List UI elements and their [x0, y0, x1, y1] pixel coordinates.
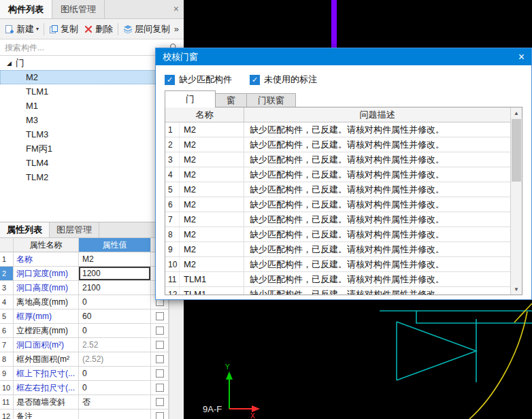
property-row[interactable]: 10 框左右扣尺寸(... 0	[0, 381, 169, 395]
checkbox[interactable]	[156, 326, 164, 335]
toolbar-overflow-icon[interactable]: »	[174, 24, 181, 34]
issue-row[interactable]: 9 M2 缺少匹配构件，已反建。请核对构件属性并修改。	[165, 242, 510, 257]
issue-row[interactable]: 6 M2 缺少匹配构件，已反建。请核对构件属性并修改。	[165, 197, 510, 212]
checkbox[interactable]	[156, 369, 164, 378]
dialog-tab-door-window[interactable]: 门联窗	[247, 93, 296, 107]
issue-name: M2	[180, 182, 244, 197]
issue-number: 8	[165, 227, 180, 241]
property-row[interactable]: 8 框外围面积(m² (2.52)	[0, 352, 169, 367]
property-row[interactable]: 4 离地高度(mm) 0	[0, 295, 169, 309]
property-value[interactable]: (2.52)	[79, 352, 151, 366]
panel-close-icon[interactable]: ×	[173, 3, 179, 14]
issue-description: 缺少匹配构件，已反建。请核对构件属性并修改。	[244, 242, 510, 256]
issue-row[interactable]: 10 M2 缺少匹配构件，已反建。请核对构件属性并修改。	[165, 257, 510, 272]
tab-layer-manager[interactable]: 图层管理	[50, 222, 99, 237]
property-row[interactable]: 11 是否随墙变斜 否	[0, 395, 169, 409]
scroll-down-icon[interactable]: ▼	[511, 284, 522, 295]
tab-property-list[interactable]: 属性列表	[0, 222, 50, 237]
tab-drawing-manager[interactable]: 图纸管理	[52, 0, 105, 18]
chevron-down-icon: ▾	[36, 26, 39, 32]
property-value-text: 0	[82, 326, 87, 335]
property-value[interactable]: 否	[79, 395, 151, 409]
delete-button[interactable]: 删除	[82, 21, 115, 37]
property-checkbox-cell	[151, 409, 169, 419]
filter-unused-annotations-checkbox[interactable]: ✓ 未使用的标注	[250, 73, 317, 86]
property-value[interactable]: 2100	[79, 281, 151, 295]
property-name: 框左右扣尺寸(...	[14, 381, 79, 395]
property-row[interactable]: 7 洞口面积(m²) 2.52	[0, 338, 169, 352]
property-checkbox-cell	[151, 367, 169, 380]
expander-icon[interactable]: ◢	[7, 60, 12, 67]
checkbox[interactable]	[156, 355, 164, 363]
issues-table: 名称 问题描述 1 M2 缺少匹配构件，已反建。请核对构件属性并修改。 2 M2…	[165, 107, 522, 295]
interlayer-copy-button[interactable]: 层间复制	[121, 21, 172, 37]
new-button-label: 新建	[16, 23, 34, 35]
scroll-up-icon[interactable]: ▲	[511, 107, 522, 118]
header-description: 问题描述	[244, 107, 510, 122]
checkbox[interactable]	[156, 312, 164, 320]
dialog-tab-window[interactable]: 窗	[216, 93, 247, 107]
check-icon: ✓	[252, 76, 258, 84]
issue-row[interactable]: 12 TLM1 缺少匹配构件，已反建。请核对构件属性并修改。	[165, 287, 510, 295]
property-value[interactable]: 0	[79, 295, 151, 309]
interlayer-copy-label: 层间复制	[135, 23, 170, 35]
property-value-text: 否	[82, 397, 90, 408]
dialog-titlebar[interactable]: 校核门窗 ×	[156, 48, 531, 65]
property-checkbox-cell	[151, 324, 169, 337]
checkbox[interactable]	[156, 412, 164, 419]
property-row[interactable]: 6 立樘距离(mm) 0	[0, 324, 169, 338]
table-scrollbar[interactable]: ▲ ▼	[510, 107, 522, 295]
issue-description: 缺少匹配构件，已反建。请核对构件属性并修改。	[244, 182, 510, 197]
property-row[interactable]: 1 名称 M2	[0, 252, 169, 267]
issue-row[interactable]: 11 TLM1 缺少匹配构件，已反建。请核对构件属性并修改。	[165, 272, 510, 287]
copy-icon	[49, 24, 59, 34]
issue-name: M2	[180, 152, 244, 167]
issue-row[interactable]: 7 M2 缺少匹配构件，已反建。请核对构件属性并修改。	[165, 212, 510, 227]
issue-description: 缺少匹配构件，已反建。请核对构件属性并修改。	[244, 167, 510, 182]
property-value[interactable]: 1200	[79, 267, 151, 280]
row-number: 2	[0, 267, 14, 280]
scrollbar-thumb[interactable]	[512, 119, 521, 182]
axis-y-label: Y	[225, 363, 230, 371]
scrollbar-track[interactable]	[511, 118, 522, 284]
issue-number: 12	[165, 287, 180, 295]
property-row[interactable]: 9 框上下扣尺寸(... 0	[0, 367, 169, 381]
row-number: 1	[0, 252, 14, 266]
property-value[interactable]: 60	[79, 309, 151, 323]
checkbox[interactable]	[156, 384, 164, 392]
property-row[interactable]: 12 备注	[0, 409, 169, 419]
checkbox[interactable]	[156, 398, 164, 406]
issue-row[interactable]: 4 M2 缺少匹配构件，已反建。请核对构件属性并修改。	[165, 167, 510, 182]
property-row[interactable]: 2 洞口宽度(mm) 1200	[0, 267, 169, 281]
property-value-text: 1200	[82, 269, 101, 278]
filter-missing-components-checkbox[interactable]: ✓ 缺少匹配构件	[165, 73, 232, 86]
checkbox-icon: ✓	[250, 75, 260, 85]
property-row[interactable]: 3 洞口高度(mm) 2100	[0, 281, 169, 295]
tab-component-list[interactable]: 构件列表	[0, 0, 52, 18]
issue-row[interactable]: 3 M2 缺少匹配构件，已反建。请核对构件属性并修改。	[165, 152, 510, 167]
property-value[interactable]	[79, 409, 151, 419]
new-button[interactable]: 新建 ▾	[3, 21, 41, 37]
issue-row[interactable]: 1 M2 缺少匹配构件，已反建。请核对构件属性并修改。	[165, 122, 510, 137]
property-value[interactable]: M2	[79, 252, 151, 266]
row-number: 12	[0, 409, 14, 419]
property-value[interactable]: 0	[79, 367, 151, 380]
issue-name: M2	[180, 122, 244, 137]
cad-grid-label: 9A-F	[203, 404, 222, 414]
issue-name: M2	[180, 167, 244, 182]
property-row[interactable]: 5 框厚(mm) 60	[0, 309, 169, 324]
checkbox[interactable]	[156, 341, 164, 349]
issue-row[interactable]: 8 M2 缺少匹配构件，已反建。请核对构件属性并修改。	[165, 227, 510, 242]
issue-number: 10	[165, 257, 180, 271]
dialog-close-icon[interactable]: ×	[518, 52, 525, 63]
dialog-tabbar: 门 窗 门联窗	[165, 90, 296, 107]
issue-row[interactable]: 2 M2 缺少匹配构件，已反建。请核对构件属性并修改。	[165, 137, 510, 152]
property-name: 是否随墙变斜	[14, 395, 79, 409]
property-value[interactable]: 2.52	[79, 338, 151, 352]
dialog-tab-door[interactable]: 门	[165, 90, 216, 107]
property-value[interactable]: 0	[79, 324, 151, 337]
row-number: 7	[0, 338, 14, 352]
property-value[interactable]: 0	[79, 381, 151, 395]
copy-button[interactable]: 复制	[47, 21, 80, 37]
issue-row[interactable]: 5 M2 缺少匹配构件，已反建。请核对构件属性并修改。	[165, 182, 510, 197]
